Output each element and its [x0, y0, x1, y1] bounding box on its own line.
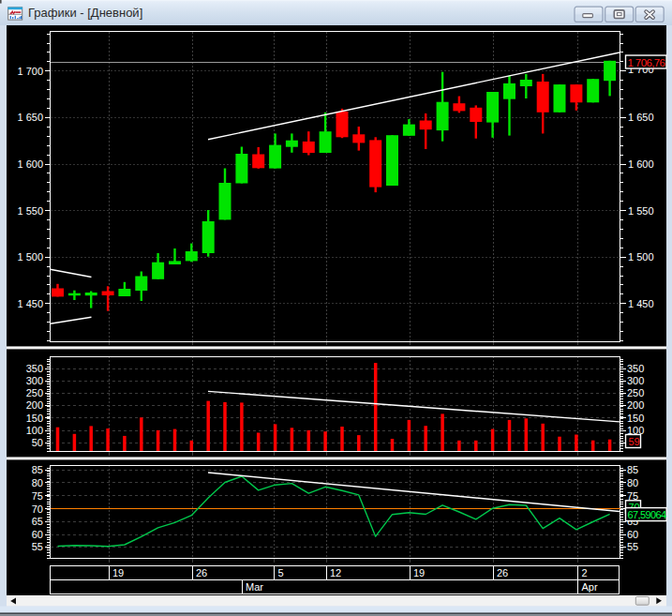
svg-text:85: 85	[32, 464, 43, 475]
svg-text:60: 60	[32, 529, 43, 540]
svg-text:250: 250	[26, 387, 43, 398]
svg-text:75: 75	[32, 490, 43, 502]
svg-text:100: 100	[26, 425, 43, 436]
svg-text:250: 250	[627, 387, 644, 398]
svg-text:80: 80	[627, 477, 638, 488]
svg-text:19: 19	[112, 567, 124, 578]
svg-text:1 600: 1 600	[17, 158, 43, 170]
svg-text:300: 300	[26, 375, 43, 386]
svg-text:5: 5	[278, 567, 284, 578]
svg-text:150: 150	[26, 413, 43, 424]
svg-text:200: 200	[627, 399, 644, 411]
svg-text:150: 150	[627, 413, 644, 424]
svg-text:Графики - [Дневной]: Графики - [Дневной]	[28, 6, 142, 20]
svg-text:55: 55	[32, 541, 43, 552]
svg-text:1 700: 1 700	[17, 66, 43, 77]
svg-text:67,59064: 67,59064	[628, 509, 667, 520]
svg-text:1 650: 1 650	[628, 112, 654, 123]
svg-text:1 550: 1 550	[17, 205, 43, 217]
svg-text:300: 300	[627, 375, 644, 386]
svg-text:1 450: 1 450	[628, 298, 654, 309]
svg-text:1 550: 1 550	[628, 205, 654, 217]
svg-text:12: 12	[330, 567, 341, 578]
svg-text:26: 26	[196, 567, 207, 578]
svg-text:1 706,76: 1 706,76	[628, 57, 666, 68]
svg-text:1 450: 1 450	[17, 298, 43, 309]
svg-text:350: 350	[627, 363, 644, 374]
svg-text:1 650: 1 650	[17, 112, 43, 123]
svg-text:1 600: 1 600	[628, 158, 654, 170]
svg-text:1 500: 1 500	[17, 251, 43, 263]
svg-text:55: 55	[627, 541, 638, 552]
svg-text:Apr: Apr	[582, 581, 598, 593]
svg-text:85: 85	[627, 464, 638, 475]
svg-text:19: 19	[413, 567, 425, 578]
svg-text:65: 65	[32, 516, 43, 527]
svg-text:Mar: Mar	[246, 581, 263, 593]
svg-text:200: 200	[26, 399, 43, 411]
svg-text:70: 70	[32, 503, 43, 515]
svg-text:26: 26	[497, 567, 508, 578]
svg-text:59: 59	[629, 436, 640, 447]
svg-text:75: 75	[627, 490, 638, 502]
svg-text:50: 50	[32, 437, 43, 448]
svg-text:2: 2	[582, 567, 588, 578]
svg-text:350: 350	[26, 363, 43, 374]
svg-text:80: 80	[32, 477, 43, 488]
svg-text:1 500: 1 500	[628, 251, 654, 263]
svg-text:60: 60	[627, 529, 638, 540]
